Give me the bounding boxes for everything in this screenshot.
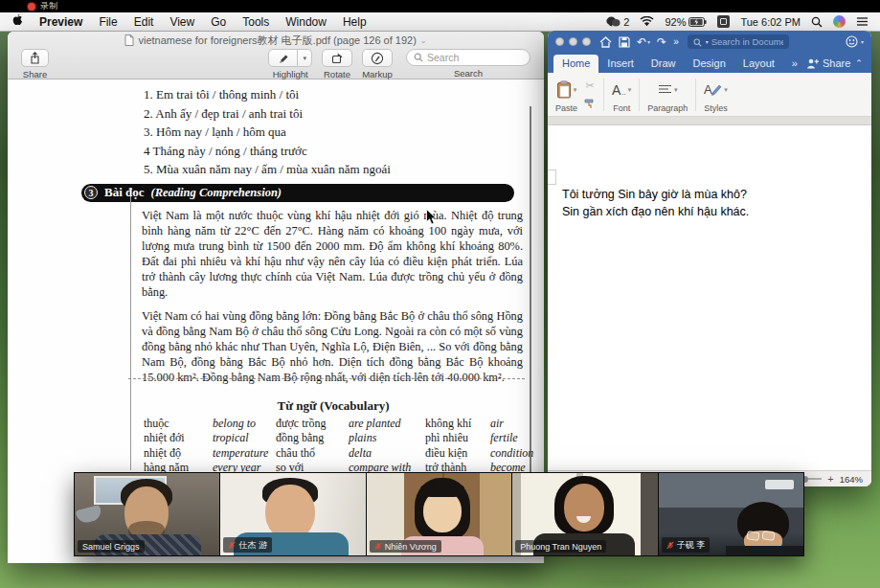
battery-status[interactable]: 92%	[665, 16, 707, 28]
word-search-input[interactable]	[711, 36, 783, 47]
section-subtitle: (Reading Comprehension)	[151, 186, 282, 200]
preview-search-field[interactable]	[406, 49, 530, 66]
video-conference-strip: Samuel Griggs 仕杰 游 Nhiên Vương	[74, 472, 804, 556]
share-button[interactable]	[21, 49, 49, 67]
menu-bar-status: 2 92% Tue 6:02 PM	[606, 15, 869, 28]
smiley-icon	[846, 35, 858, 48]
section-number-badge: 3	[84, 186, 98, 199]
menu-view[interactable]: View	[169, 15, 194, 29]
section-title: Bài đọc	[104, 185, 145, 200]
chevron-down-icon: ▾	[574, 86, 577, 94]
recording-dot-icon	[28, 3, 35, 11]
exercise-list: 1. Em trai tôi / thông minh / tôi 2. Anh…	[144, 85, 525, 179]
tab-home[interactable]: Home	[553, 55, 598, 73]
chevron-down-icon: ▾	[628, 86, 632, 94]
page-margin-corner	[548, 170, 556, 185]
window-title: vietnamese for foreigners教材 电子版.pdf (pag…	[138, 34, 416, 48]
format-painter-button[interactable]	[584, 99, 596, 111]
tabs-overflow-icon[interactable]: »	[783, 55, 806, 73]
toolbar-overflow-icon[interactable]: »	[673, 37, 679, 47]
zoom-in-button[interactable]: +	[827, 473, 833, 485]
highlight-menu-button[interactable]: ▾	[298, 49, 312, 67]
document-line: Tôi tưởng Sin bây giờ là mùa khô?	[562, 187, 749, 204]
participant-name: 子砚 李	[677, 539, 706, 552]
highlight-pen-icon	[277, 53, 289, 64]
markup-button[interactable]	[362, 49, 393, 67]
page-edge-line	[530, 106, 531, 501]
vocab-meaning: are planted	[349, 417, 425, 432]
vocab-meaning: temperature	[213, 446, 276, 462]
messages-status[interactable]: 2	[606, 16, 629, 28]
tab-design[interactable]: Design	[685, 55, 734, 73]
video-tile-nhien[interactable]: Nhiên Vương	[367, 473, 511, 555]
active-app-name[interactable]: Preview	[39, 15, 82, 29]
word-document-area[interactable]: Tôi tưởng Sin bây giờ là mùa khô? Sin gầ…	[548, 125, 871, 470]
minimize-button[interactable]	[569, 37, 577, 46]
video-tile-ziyan[interactable]: 子砚 李	[659, 473, 803, 555]
ribbon: ▾ Paste ✂ A..▾ Font ▾ Paragraph	[548, 73, 871, 117]
participant-name: Samuel Griggs	[82, 542, 140, 552]
undo-button[interactable]: ↶▾	[637, 36, 650, 48]
share-button[interactable]: Share	[806, 57, 850, 73]
rotate-button[interactable]	[322, 49, 352, 67]
ribbon-tabs: Home Insert Draw Design Layout » Share ⌃	[548, 53, 871, 73]
vocab-term: điều kiện	[425, 446, 490, 462]
document-line: Sin gần xích đạo nên khí hậu khác.	[562, 204, 749, 221]
word-search-field[interactable]: ▾	[688, 34, 789, 49]
search-label: Search	[454, 68, 483, 79]
input-method-icon[interactable]	[717, 15, 730, 28]
close-button[interactable]	[555, 37, 564, 46]
vocab-meaning: condition	[490, 446, 533, 462]
video-tile-phuong-active-speaker[interactable]: Phuong Tran Nguyen	[512, 473, 657, 555]
zoom-button[interactable]	[582, 37, 591, 46]
menu-bar-clock[interactable]: Tue 6:02 PM	[740, 16, 801, 28]
vocab-meaning: plains	[349, 431, 425, 446]
participant-nametag: Samuel Griggs	[78, 540, 145, 553]
video-tile-shijie[interactable]: 仕杰 游	[220, 473, 365, 555]
menu-file[interactable]: File	[99, 15, 117, 29]
siri-icon[interactable]	[833, 15, 846, 28]
tab-layout[interactable]: Layout	[734, 55, 783, 73]
tab-draw[interactable]: Draw	[643, 55, 685, 73]
chevron-down-icon: ▾	[706, 38, 709, 45]
menu-tools[interactable]: Tools	[242, 15, 269, 29]
participant-name: 仕杰 游	[238, 539, 267, 552]
notification-center-icon[interactable]	[856, 16, 869, 27]
collapse-ribbon-icon[interactable]: ⌃	[850, 58, 868, 73]
section-header: 3 Bài đọc (Reading Comprehension)	[81, 184, 514, 202]
highlight-label: Highlight	[273, 69, 308, 79]
tab-insert[interactable]: Insert	[598, 55, 643, 73]
vocab-term: châu thổ	[276, 446, 349, 462]
apple-icon[interactable]	[11, 13, 23, 30]
paragraph-label: Paragraph	[647, 103, 688, 114]
vocab-term: phì nhiêu	[425, 431, 490, 446]
home-icon[interactable]	[599, 36, 612, 48]
menu-edit[interactable]: Edit	[134, 15, 154, 29]
vocab-meaning: belong to	[213, 417, 276, 432]
menu-bar: Preview File Edit View Go Tools Window H…	[0, 12, 880, 32]
styles-button[interactable]: A ▾	[704, 76, 728, 103]
screen-recording-bar: 录制	[0, 0, 880, 12]
highlight-button[interactable]	[268, 49, 298, 67]
font-label: Font	[613, 103, 630, 114]
save-icon[interactable]	[619, 36, 630, 48]
spotlight-search-icon[interactable]	[811, 16, 823, 28]
mouse-cursor	[426, 209, 437, 229]
title-chevron-down-icon[interactable]: ⌄	[420, 36, 427, 45]
paste-button[interactable]: ▾	[556, 76, 577, 103]
menu-window[interactable]: Window	[285, 15, 327, 29]
chevron-down-icon: ▾	[724, 86, 728, 94]
redo-button[interactable]: ↷	[657, 36, 666, 48]
font-button[interactable]: A..▾	[612, 76, 631, 103]
menu-go[interactable]: Go	[211, 15, 226, 29]
feedback-smiley-button[interactable]: ▾	[846, 35, 864, 48]
paragraph-button[interactable]: ▾	[658, 76, 678, 103]
cut-button[interactable]: ✂	[585, 79, 594, 92]
share-icon	[30, 52, 40, 64]
video-tile-samuel[interactable]: Samuel Griggs	[75, 473, 219, 555]
menu-help[interactable]: Help	[343, 15, 367, 29]
battery-icon	[688, 17, 707, 27]
preview-search-input[interactable]	[427, 52, 523, 63]
battery-percent: 92%	[665, 16, 686, 28]
wifi-icon[interactable]	[640, 16, 654, 27]
